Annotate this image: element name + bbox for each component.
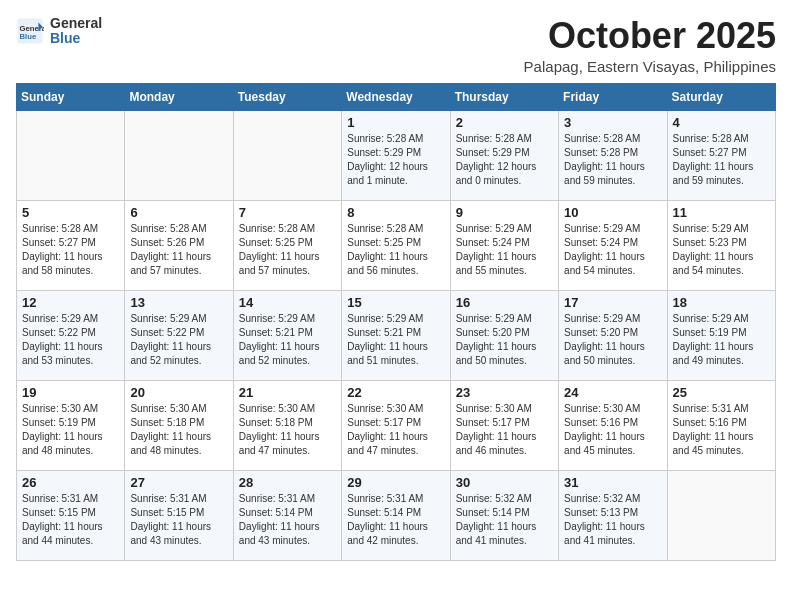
weekday-header: Monday — [125, 83, 233, 110]
day-number: 28 — [239, 475, 336, 490]
calendar-header: SundayMondayTuesdayWednesdayThursdayFrid… — [17, 83, 776, 110]
calendar-cell: 13Sunrise: 5:29 AM Sunset: 5:22 PM Dayli… — [125, 290, 233, 380]
calendar-cell: 22Sunrise: 5:30 AM Sunset: 5:17 PM Dayli… — [342, 380, 450, 470]
day-info: Sunrise: 5:30 AM Sunset: 5:16 PM Dayligh… — [564, 402, 661, 458]
day-info: Sunrise: 5:29 AM Sunset: 5:22 PM Dayligh… — [130, 312, 227, 368]
day-number: 19 — [22, 385, 119, 400]
day-number: 8 — [347, 205, 444, 220]
day-number: 30 — [456, 475, 553, 490]
calendar-cell: 31Sunrise: 5:32 AM Sunset: 5:13 PM Dayli… — [559, 470, 667, 560]
day-info: Sunrise: 5:31 AM Sunset: 5:14 PM Dayligh… — [239, 492, 336, 548]
calendar-cell: 10Sunrise: 5:29 AM Sunset: 5:24 PM Dayli… — [559, 200, 667, 290]
calendar-cell — [233, 110, 341, 200]
calendar-cell: 6Sunrise: 5:28 AM Sunset: 5:26 PM Daylig… — [125, 200, 233, 290]
calendar-cell: 8Sunrise: 5:28 AM Sunset: 5:25 PM Daylig… — [342, 200, 450, 290]
calendar-cell: 5Sunrise: 5:28 AM Sunset: 5:27 PM Daylig… — [17, 200, 125, 290]
page-header: General Blue General Blue October 2025 P… — [16, 16, 776, 75]
calendar-body: 1Sunrise: 5:28 AM Sunset: 5:29 PM Daylig… — [17, 110, 776, 560]
calendar-cell: 28Sunrise: 5:31 AM Sunset: 5:14 PM Dayli… — [233, 470, 341, 560]
day-number: 14 — [239, 295, 336, 310]
day-number: 16 — [456, 295, 553, 310]
calendar-week-row: 19Sunrise: 5:30 AM Sunset: 5:19 PM Dayli… — [17, 380, 776, 470]
calendar-cell: 25Sunrise: 5:31 AM Sunset: 5:16 PM Dayli… — [667, 380, 775, 470]
weekday-header: Thursday — [450, 83, 558, 110]
day-number: 3 — [564, 115, 661, 130]
logo: General Blue General Blue — [16, 16, 102, 47]
calendar-cell: 18Sunrise: 5:29 AM Sunset: 5:19 PM Dayli… — [667, 290, 775, 380]
day-number: 11 — [673, 205, 770, 220]
day-number: 26 — [22, 475, 119, 490]
day-info: Sunrise: 5:30 AM Sunset: 5:17 PM Dayligh… — [347, 402, 444, 458]
day-info: Sunrise: 5:31 AM Sunset: 5:15 PM Dayligh… — [22, 492, 119, 548]
day-number: 6 — [130, 205, 227, 220]
calendar-cell: 1Sunrise: 5:28 AM Sunset: 5:29 PM Daylig… — [342, 110, 450, 200]
day-number: 4 — [673, 115, 770, 130]
calendar-week-row: 26Sunrise: 5:31 AM Sunset: 5:15 PM Dayli… — [17, 470, 776, 560]
month-title: October 2025 — [524, 16, 776, 56]
title-block: October 2025 Palapag, Eastern Visayas, P… — [524, 16, 776, 75]
calendar-cell: 3Sunrise: 5:28 AM Sunset: 5:28 PM Daylig… — [559, 110, 667, 200]
day-info: Sunrise: 5:29 AM Sunset: 5:20 PM Dayligh… — [564, 312, 661, 368]
day-info: Sunrise: 5:28 AM Sunset: 5:25 PM Dayligh… — [239, 222, 336, 278]
day-info: Sunrise: 5:29 AM Sunset: 5:20 PM Dayligh… — [456, 312, 553, 368]
day-number: 22 — [347, 385, 444, 400]
day-number: 21 — [239, 385, 336, 400]
calendar-cell: 17Sunrise: 5:29 AM Sunset: 5:20 PM Dayli… — [559, 290, 667, 380]
weekday-header: Friday — [559, 83, 667, 110]
day-number: 29 — [347, 475, 444, 490]
calendar-cell: 15Sunrise: 5:29 AM Sunset: 5:21 PM Dayli… — [342, 290, 450, 380]
location-title: Palapag, Eastern Visayas, Philippines — [524, 58, 776, 75]
day-number: 12 — [22, 295, 119, 310]
day-number: 27 — [130, 475, 227, 490]
calendar-week-row: 12Sunrise: 5:29 AM Sunset: 5:22 PM Dayli… — [17, 290, 776, 380]
day-number: 5 — [22, 205, 119, 220]
calendar-cell: 23Sunrise: 5:30 AM Sunset: 5:17 PM Dayli… — [450, 380, 558, 470]
day-number: 31 — [564, 475, 661, 490]
calendar-week-row: 5Sunrise: 5:28 AM Sunset: 5:27 PM Daylig… — [17, 200, 776, 290]
calendar-cell: 16Sunrise: 5:29 AM Sunset: 5:20 PM Dayli… — [450, 290, 558, 380]
day-info: Sunrise: 5:30 AM Sunset: 5:17 PM Dayligh… — [456, 402, 553, 458]
day-number: 20 — [130, 385, 227, 400]
calendar-cell: 21Sunrise: 5:30 AM Sunset: 5:18 PM Dayli… — [233, 380, 341, 470]
calendar-cell: 12Sunrise: 5:29 AM Sunset: 5:22 PM Dayli… — [17, 290, 125, 380]
calendar-table: SundayMondayTuesdayWednesdayThursdayFrid… — [16, 83, 776, 561]
day-number: 1 — [347, 115, 444, 130]
day-info: Sunrise: 5:29 AM Sunset: 5:19 PM Dayligh… — [673, 312, 770, 368]
day-info: Sunrise: 5:29 AM Sunset: 5:21 PM Dayligh… — [347, 312, 444, 368]
svg-text:Blue: Blue — [20, 33, 37, 42]
day-info: Sunrise: 5:32 AM Sunset: 5:14 PM Dayligh… — [456, 492, 553, 548]
day-info: Sunrise: 5:32 AM Sunset: 5:13 PM Dayligh… — [564, 492, 661, 548]
calendar-cell — [125, 110, 233, 200]
day-number: 18 — [673, 295, 770, 310]
day-info: Sunrise: 5:31 AM Sunset: 5:16 PM Dayligh… — [673, 402, 770, 458]
day-number: 23 — [456, 385, 553, 400]
day-number: 2 — [456, 115, 553, 130]
day-info: Sunrise: 5:30 AM Sunset: 5:18 PM Dayligh… — [130, 402, 227, 458]
day-number: 24 — [564, 385, 661, 400]
day-number: 17 — [564, 295, 661, 310]
calendar-cell: 2Sunrise: 5:28 AM Sunset: 5:29 PM Daylig… — [450, 110, 558, 200]
day-info: Sunrise: 5:29 AM Sunset: 5:21 PM Dayligh… — [239, 312, 336, 368]
calendar-cell: 19Sunrise: 5:30 AM Sunset: 5:19 PM Dayli… — [17, 380, 125, 470]
calendar-week-row: 1Sunrise: 5:28 AM Sunset: 5:29 PM Daylig… — [17, 110, 776, 200]
day-info: Sunrise: 5:28 AM Sunset: 5:25 PM Dayligh… — [347, 222, 444, 278]
day-number: 13 — [130, 295, 227, 310]
calendar-cell: 14Sunrise: 5:29 AM Sunset: 5:21 PM Dayli… — [233, 290, 341, 380]
day-info: Sunrise: 5:28 AM Sunset: 5:29 PM Dayligh… — [456, 132, 553, 188]
day-info: Sunrise: 5:30 AM Sunset: 5:18 PM Dayligh… — [239, 402, 336, 458]
day-info: Sunrise: 5:29 AM Sunset: 5:22 PM Dayligh… — [22, 312, 119, 368]
calendar-cell: 27Sunrise: 5:31 AM Sunset: 5:15 PM Dayli… — [125, 470, 233, 560]
weekday-header: Tuesday — [233, 83, 341, 110]
calendar-cell — [667, 470, 775, 560]
calendar-cell: 30Sunrise: 5:32 AM Sunset: 5:14 PM Dayli… — [450, 470, 558, 560]
day-number: 25 — [673, 385, 770, 400]
logo-text-line2: Blue — [50, 31, 102, 46]
calendar-cell: 26Sunrise: 5:31 AM Sunset: 5:15 PM Dayli… — [17, 470, 125, 560]
day-number: 15 — [347, 295, 444, 310]
day-info: Sunrise: 5:28 AM Sunset: 5:28 PM Dayligh… — [564, 132, 661, 188]
day-info: Sunrise: 5:28 AM Sunset: 5:29 PM Dayligh… — [347, 132, 444, 188]
day-number: 9 — [456, 205, 553, 220]
day-info: Sunrise: 5:28 AM Sunset: 5:27 PM Dayligh… — [673, 132, 770, 188]
calendar-cell: 4Sunrise: 5:28 AM Sunset: 5:27 PM Daylig… — [667, 110, 775, 200]
day-info: Sunrise: 5:31 AM Sunset: 5:14 PM Dayligh… — [347, 492, 444, 548]
